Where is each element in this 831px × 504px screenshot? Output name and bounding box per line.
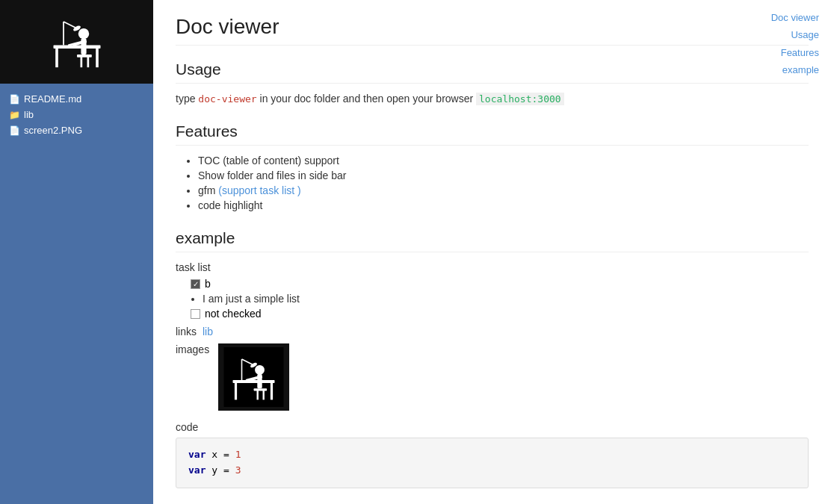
list-item: TOC (table of content) support <box>198 155 809 167</box>
svg-rect-14 <box>233 380 275 383</box>
images-line: images <box>176 343 809 411</box>
list-item: code highlight <box>198 199 809 211</box>
svg-rect-5 <box>77 55 92 57</box>
task-label-not-checked: not checked <box>205 308 262 320</box>
folder-icon: 📁 <box>9 110 20 120</box>
toc-item-usage[interactable]: Usage <box>746 26 819 43</box>
usage-text: type doc-viewer in your doc folder and t… <box>176 93 809 105</box>
bullet-list: I am just a simple list <box>176 293 809 305</box>
keyword-1: var <box>188 449 206 460</box>
image-placeholder <box>218 343 289 411</box>
svg-rect-13 <box>224 347 284 407</box>
feature-text: gfm <box>198 184 215 196</box>
svg-rect-18 <box>263 391 265 400</box>
sidebar-item-label: lib <box>24 109 34 120</box>
svg-rect-1 <box>55 49 58 67</box>
feature-text: Show folder and files in side bar <box>198 169 346 181</box>
code-label: code <box>176 421 809 433</box>
usage-text-middle: in your doc folder and then open your br… <box>260 93 474 105</box>
svg-rect-16 <box>271 383 273 399</box>
feature-link[interactable]: (support task list ) <box>218 184 300 196</box>
file-icon: 📄 <box>9 94 20 105</box>
links-label: links <box>176 326 197 337</box>
svg-rect-17 <box>257 391 259 400</box>
images-label: images <box>176 343 209 355</box>
sidebar-item-screen2[interactable]: 📄 screen2.PNG <box>9 122 144 138</box>
toc-item-example[interactable]: example <box>746 61 819 78</box>
links-link[interactable]: lib <box>203 326 213 337</box>
sidebar-item-readme[interactable]: 📄 README.md <box>9 91 144 107</box>
code-block: var x = 1 var y = 3 <box>176 438 809 488</box>
sidebar-item-lib[interactable]: 📁 lib <box>9 107 144 122</box>
list-item: Show folder and files in side bar <box>198 169 809 181</box>
features-heading: Features <box>176 122 809 146</box>
svg-point-21 <box>255 365 265 375</box>
task-item-unchecked: not checked <box>176 308 809 320</box>
list-item: gfm (support task list ) <box>198 184 809 196</box>
feature-text: TOC (table of content) support <box>198 155 339 167</box>
file-icon: 📄 <box>9 125 20 136</box>
svg-rect-3 <box>80 57 82 67</box>
main-content: Doc viewer Usage type doc-viewer in your… <box>153 0 831 504</box>
code-line-2: var y = 3 <box>188 463 796 479</box>
task-item-checked: ✓ b <box>176 278 809 290</box>
sidebar: 📄 README.md 📁 lib 📄 screen2.PNG <box>0 0 153 504</box>
usage-text-before: type <box>176 93 195 105</box>
keyword-2: var <box>188 464 206 476</box>
usage-url: localhost:3000 <box>476 93 564 105</box>
code-line-1: var x = 1 <box>188 447 796 463</box>
sidebar-files: 📄 README.md 📁 lib 📄 screen2.PNG <box>0 84 153 146</box>
sidebar-logo <box>0 0 153 84</box>
code-var-2: y = <box>206 464 235 476</box>
sidebar-item-label: screen2.PNG <box>24 125 82 136</box>
links-line: links lib <box>176 326 809 337</box>
code-val-2: 3 <box>235 464 241 476</box>
svg-rect-4 <box>87 57 89 67</box>
svg-rect-2 <box>96 49 99 67</box>
toc: Doc viewer Usage Features example <box>734 0 831 88</box>
svg-point-7 <box>78 28 88 39</box>
list-item: I am just a simple list <box>203 293 809 305</box>
task-list-label: task list <box>176 261 809 273</box>
feature-text: code highlight <box>198 199 262 211</box>
task-label-b: b <box>205 278 211 290</box>
toc-item-docviewer[interactable]: Doc viewer <box>746 9 819 26</box>
svg-rect-19 <box>254 388 268 391</box>
toc-item-features[interactable]: Features <box>746 44 819 61</box>
example-heading: example <box>176 229 809 252</box>
code-val-1: 1 <box>235 449 241 460</box>
svg-rect-15 <box>235 383 237 399</box>
sidebar-item-label: README.md <box>24 93 81 105</box>
usage-heading: Usage <box>176 60 809 84</box>
usage-command: doc-viewer <box>198 93 256 105</box>
page-title: Doc viewer <box>176 15 809 46</box>
features-list: TOC (table of content) support Show fold… <box>176 155 809 211</box>
task-checkbox-checked: ✓ <box>191 279 200 289</box>
svg-rect-0 <box>53 46 100 49</box>
code-var-1: x = <box>206 449 235 460</box>
task-checkbox-unchecked <box>191 309 200 319</box>
